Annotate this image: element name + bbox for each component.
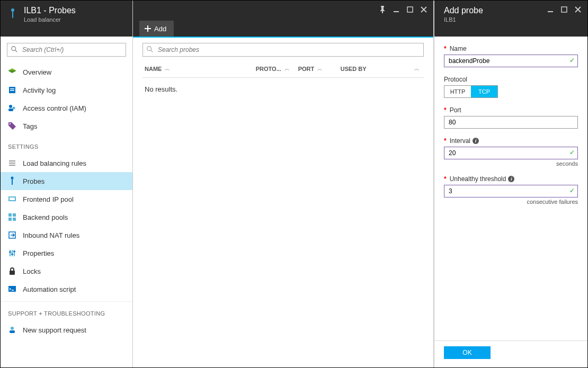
svg-rect-1 [12, 12, 13, 18]
protocol-tcp[interactable]: TCP [471, 86, 497, 97]
left-title: ILB1 - Probes [24, 6, 76, 15]
check-icon: ✓ [569, 187, 575, 194]
close-button[interactable] [572, 4, 584, 15]
protocol-toggle: HTTP TCP [444, 85, 498, 98]
svg-rect-25 [14, 250, 15, 256]
svg-point-2 [12, 47, 16, 51]
nav-label: Overview [23, 68, 51, 76]
svg-rect-15 [12, 179, 13, 185]
name-input[interactable] [444, 55, 578, 67]
script-icon [8, 285, 16, 293]
info-icon[interactable]: i [473, 138, 479, 144]
svg-rect-13 [9, 165, 15, 166]
nav-inbound-nat[interactable]: Inbound NAT rules [1, 226, 132, 244]
right-window-controls [544, 4, 584, 15]
right-header: Add probe ILB1 [434, 1, 587, 37]
svg-rect-32 [10, 330, 15, 333]
maximize-button[interactable] [558, 4, 571, 15]
ok-button[interactable]: OK [444, 346, 491, 359]
nav-label: New support request [23, 326, 86, 334]
nav-backend-pools[interactable]: Backend pools [1, 208, 132, 226]
minimize-button[interactable] [390, 4, 403, 15]
nav-label: Activity log [23, 86, 56, 94]
svg-rect-30 [8, 286, 16, 292]
blade-probes: Add NAME︿ PROTO...︿ PORT︿ USED BY︿ No re… [133, 1, 434, 367]
nav-locks[interactable]: Locks [1, 262, 132, 280]
nav-label: Load balancing rules [23, 159, 86, 167]
nav-iam[interactable]: Access control (IAM) [1, 99, 132, 117]
col-used-by[interactable]: USED BY︿ [341, 65, 424, 73]
svg-rect-11 [9, 160, 15, 161]
protocol-http[interactable]: HTTP [444, 86, 471, 97]
load-balancer-icon [7, 6, 19, 21]
nav-label: Probes [23, 177, 44, 185]
svg-point-10 [10, 123, 11, 124]
svg-rect-26 [9, 252, 11, 253]
close-button[interactable] [417, 4, 430, 15]
nav-properties[interactable]: Properties [1, 244, 132, 262]
hint-threshold: consecutive failures [444, 199, 578, 205]
sort-icon: ︿ [317, 65, 323, 73]
svg-rect-23 [10, 250, 11, 256]
svg-point-0 [11, 8, 14, 12]
sort-icon: ︿ [165, 65, 170, 73]
pin-button[interactable] [376, 4, 389, 15]
label-port: *Port [444, 106, 578, 114]
nav-new-support-request[interactable]: New support request [1, 321, 132, 339]
info-icon[interactable]: i [508, 176, 514, 182]
section-support: SUPPORT + TROUBLESHOOTING [1, 301, 132, 321]
section-settings: SETTINGS [1, 135, 132, 154]
right-title: Add probe [444, 6, 483, 15]
support-icon [8, 326, 16, 334]
svg-rect-12 [9, 163, 15, 164]
svg-rect-17 [10, 198, 15, 200]
nav-lb-rules[interactable]: Load balancing rules [1, 154, 132, 172]
col-port[interactable]: PORT︿ [298, 65, 341, 73]
nav-tags[interactable]: Tags [1, 117, 132, 135]
label-threshold: *Unhealthy thresholdi [444, 175, 578, 183]
svg-point-31 [11, 327, 14, 330]
nav-overview[interactable]: Overview [1, 63, 132, 81]
probes-search [142, 43, 424, 57]
nav-automation-script[interactable]: Automation script [1, 280, 132, 298]
svg-point-14 [11, 177, 14, 179]
activity-log-icon [8, 86, 16, 94]
col-name[interactable]: NAME︿ [142, 65, 256, 73]
search-icon [146, 46, 154, 53]
add-button[interactable]: Add [139, 21, 174, 37]
svg-point-35 [147, 47, 152, 51]
nav-label: Access control (IAM) [23, 104, 86, 112]
field-port [444, 116, 578, 129]
left-subtitle: Load balancer [24, 16, 76, 23]
minimize-button[interactable] [544, 4, 557, 15]
lb-rules-icon [8, 159, 16, 167]
threshold-input[interactable] [444, 185, 578, 198]
nav-search-input[interactable] [7, 43, 126, 57]
maximize-button[interactable] [404, 4, 416, 15]
right-footer: OK [434, 340, 587, 367]
search-icon [11, 46, 18, 53]
nav-probes[interactable]: Probes [1, 172, 132, 190]
nav-label: Locks [23, 267, 41, 275]
col-protocol[interactable]: PROTO...︿ [256, 65, 298, 73]
left-header: ILB1 - Probes Load balancer [1, 1, 132, 37]
nav-list: Overview Activity log Access control (IA… [1, 63, 132, 367]
svg-rect-38 [562, 7, 567, 12]
interval-input[interactable] [444, 147, 578, 159]
properties-icon [8, 249, 16, 257]
add-button-label: Add [154, 25, 166, 33]
probes-search-input[interactable] [142, 43, 424, 57]
svg-rect-37 [548, 11, 553, 12]
nav-frontend-ip[interactable]: Frontend IP pool [1, 190, 132, 208]
nav-label: Automation script [23, 285, 76, 293]
nav-activity-log[interactable]: Activity log [1, 81, 132, 99]
nav-label: Inbound NAT rules [23, 231, 79, 239]
port-input[interactable] [444, 116, 578, 129]
frontend-ip-icon [8, 195, 16, 203]
hint-interval: seconds [444, 160, 578, 167]
blade-left-nav: ILB1 - Probes Load balancer Overview Act… [1, 1, 133, 367]
svg-rect-19 [13, 213, 16, 217]
field-interval: ✓ [444, 147, 578, 159]
svg-rect-9 [8, 109, 13, 111]
label-interval: *Intervali [444, 137, 578, 145]
